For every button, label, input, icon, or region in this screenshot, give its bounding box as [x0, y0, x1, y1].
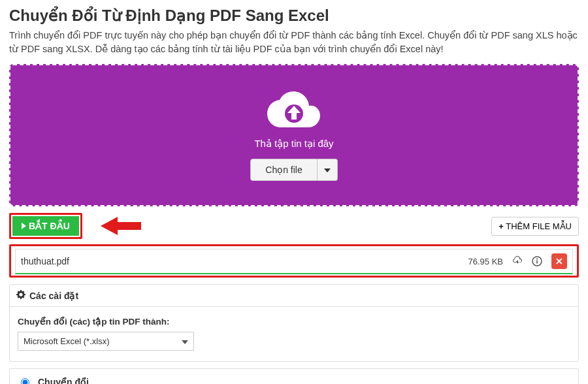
start-button[interactable]: BẮT ĐẦU	[12, 216, 79, 236]
choose-file-button[interactable]: Chọn file	[250, 159, 317, 181]
upload-cloud-icon	[266, 90, 322, 133]
format-label: Chuyển đổi (các) tập tin PDF thành:	[18, 316, 570, 327]
choose-file-dropdown[interactable]	[318, 159, 338, 181]
add-sample-label: THÊM FILE MẪU	[506, 221, 572, 231]
download-icon[interactable]	[512, 256, 523, 266]
file-button-group: Chọn file	[250, 159, 337, 181]
info-icon[interactable]	[532, 256, 542, 266]
chevron-down-icon	[182, 336, 188, 346]
file-row: thuthuat.pdf 76.95 KB ✕	[15, 249, 573, 274]
file-size: 76.95 KB	[468, 257, 504, 266]
add-sample-button[interactable]: + THÊM FILE MẪU	[491, 217, 579, 236]
drop-text: Thả tập tin tại đây	[254, 138, 333, 150]
chevron-down-icon	[324, 165, 331, 174]
convert-radio[interactable]	[21, 378, 29, 384]
start-button-label: BẮT ĐẦU	[29, 221, 70, 231]
svg-rect-2	[536, 261, 538, 264]
convert-option[interactable]: Chuyển đổi Các trang được quét sẽ có địn…	[9, 368, 579, 384]
settings-title: Các cài đặt	[29, 291, 78, 301]
instruction-arrow-icon	[101, 217, 141, 235]
gear-icon	[16, 290, 25, 301]
file-row-highlight: thuthuat.pdf 76.95 KB ✕	[9, 244, 579, 278]
start-button-highlight: BẮT ĐẦU	[9, 213, 82, 239]
page-subtitle: Trình chuyển đổi PDF trực tuyến này cho …	[9, 29, 579, 56]
svg-point-3	[536, 259, 538, 260]
convert-option-title: Chuyển đổi	[38, 377, 227, 384]
settings-panel: Các cài đặt Chuyển đổi (các) tập tin PDF…	[9, 284, 579, 362]
play-icon	[22, 223, 26, 229]
action-row: BẮT ĐẦU + THÊM FILE MẪU	[9, 213, 579, 239]
settings-header[interactable]: Các cài đặt	[10, 285, 578, 307]
delete-button[interactable]: ✕	[551, 253, 567, 269]
dropzone[interactable]: Thả tập tin tại đây Chọn file	[9, 64, 579, 206]
file-name: thuthuat.pdf	[21, 256, 69, 266]
page-title: Chuyển Đổi Từ Định Dạng PDF Sang Excel	[9, 7, 579, 25]
format-value: Microsoft Excel (*.xlsx)	[24, 336, 109, 346]
plus-icon: +	[498, 221, 504, 231]
close-icon: ✕	[555, 256, 563, 266]
format-select[interactable]: Microsoft Excel (*.xlsx)	[18, 332, 194, 351]
